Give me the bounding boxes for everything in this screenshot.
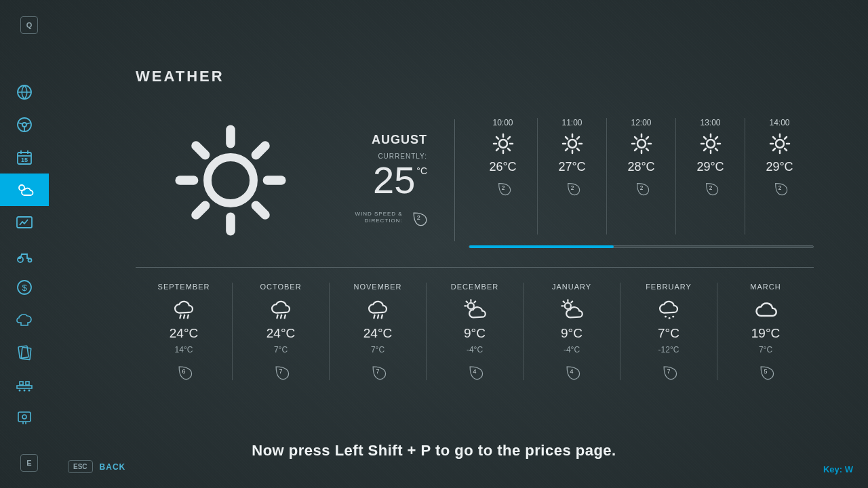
month-high: 7°C [658, 326, 679, 341]
current-month: AUGUST [372, 133, 427, 147]
back-label: BACK [100, 462, 126, 472]
month-item: OCTOBER24°C7°C7 [233, 283, 330, 380]
sun-icon [769, 133, 791, 155]
hourly-item: 12:0028°C2 [607, 118, 676, 235]
finance-icon [15, 279, 34, 296]
hour-time: 13:00 [700, 118, 720, 127]
hour-temp: 29°C [696, 160, 724, 174]
month-high: 24°C [363, 326, 392, 341]
sidebar-item-finance[interactable] [0, 271, 49, 304]
month-item: FEBRUARY7°C-12°C7 [620, 283, 717, 380]
hour-temp: 26°C [489, 160, 516, 174]
wind-drop-icon: 4 [466, 363, 484, 380]
svg-text:2: 2 [501, 185, 505, 191]
drive-icon [15, 116, 34, 134]
sidebar-item-vehicles[interactable] [0, 239, 49, 271]
wind-drop-icon: 2 [410, 207, 427, 228]
weather-icon [15, 181, 34, 199]
month-high: 9°C [561, 326, 583, 341]
map-icon [15, 83, 34, 101]
month-name: FEBRUARY [646, 283, 692, 291]
month-name: DECEMBER [451, 283, 498, 291]
partly-icon [462, 298, 488, 322]
month-high: 19°C [751, 326, 780, 341]
month-item: MARCH19°C7°C5 [717, 283, 814, 380]
temp-unit: °C [416, 165, 427, 176]
sidebar-item-contracts[interactable] [0, 336, 49, 369]
month-item: SEPTEMBER24°C14°C6 [136, 283, 233, 380]
svg-text:2: 2 [570, 185, 574, 191]
sidebar-item-production[interactable] [0, 369, 49, 401]
svg-text:2: 2 [639, 185, 643, 191]
production-icon [15, 376, 34, 394]
wind-drop-icon: 7 [272, 363, 290, 380]
svg-text:7: 7 [279, 368, 283, 375]
contracts-icon [15, 344, 34, 361]
back-button[interactable]: ESC BACK [68, 460, 125, 473]
current-weather-icon [136, 113, 326, 248]
svg-text:7: 7 [376, 368, 380, 375]
svg-text:6: 6 [182, 368, 186, 375]
sidebar-item-weather[interactable] [0, 174, 49, 206]
month-low: -12°C [658, 345, 679, 354]
month-name: SEPTEMBER [158, 283, 210, 291]
calendar-icon [15, 148, 34, 166]
svg-text:2: 2 [416, 214, 420, 221]
wind-drop-icon: 2 [495, 180, 511, 196]
svg-text:5: 5 [764, 368, 768, 375]
vehicles-icon [15, 246, 34, 264]
hourly-item: 14:0029°C2 [745, 118, 814, 235]
wind-drop-icon: 2 [772, 180, 788, 196]
tutorial-hint: Now press Left Shift + P to go to the pr… [0, 442, 868, 460]
hour-time: 12:00 [631, 118, 651, 127]
hour-temp: 27°C [558, 160, 585, 174]
snow-icon [656, 298, 682, 322]
current-temp: 25 [373, 161, 415, 199]
wind-drop-icon: 7 [660, 363, 677, 380]
wind-label: WIND SPEED & DIRECTION: [326, 211, 403, 225]
sun-icon [631, 133, 652, 155]
hourly-item: 10:0026°C2 [469, 118, 538, 235]
svg-line-54 [196, 146, 205, 155]
month-item: JANUARY9°C-4°C4 [524, 283, 620, 380]
wind-drop-icon: 2 [564, 180, 580, 196]
month-high: 24°C [267, 326, 295, 341]
month-item: DECEMBER9°C-4°C4 [427, 283, 524, 380]
sidebar-item-stats[interactable] [0, 206, 49, 239]
svg-text:2: 2 [778, 185, 781, 191]
hour-time: 14:00 [769, 118, 789, 127]
sidebar-item-calendar[interactable] [0, 141, 49, 174]
hourly-item: 13:0029°C2 [676, 118, 745, 235]
wind-drop-icon: 2 [633, 180, 650, 196]
help-icon [15, 409, 34, 426]
wind-drop-icon: 7 [369, 363, 387, 380]
sun-icon [700, 133, 722, 155]
rain-icon [171, 298, 197, 322]
hour-time: 10:00 [492, 118, 513, 127]
svg-point-49 [208, 157, 254, 203]
svg-text:2: 2 [709, 185, 712, 191]
month-name: NOVEMBER [354, 283, 402, 291]
partly-icon [559, 298, 585, 322]
sidebar-item-animals[interactable] [0, 304, 49, 336]
hourly-item: 11:0027°C2 [538, 118, 607, 235]
sidebar-item-drive[interactable] [0, 108, 49, 141]
stats-icon [15, 214, 34, 231]
month-name: JANUARY [552, 283, 591, 291]
animals-icon [15, 311, 34, 329]
sidebar-item-help[interactable] [0, 401, 49, 434]
svg-line-57 [196, 205, 205, 215]
wind-drop-icon: 4 [563, 363, 580, 380]
sidebar-item-map[interactable] [0, 76, 49, 108]
month-item: NOVEMBER24°C7°C7 [330, 283, 427, 380]
rain-icon [365, 298, 391, 322]
month-high: 24°C [170, 326, 198, 341]
key-hint-q[interactable]: Q [20, 16, 38, 34]
month-low: -4°C [467, 345, 483, 354]
hour-temp: 28°C [627, 160, 654, 174]
hourly-scrollbar[interactable] [469, 245, 814, 248]
key-indicator: Key: W [823, 464, 853, 474]
wind-drop-icon: 5 [757, 363, 774, 380]
svg-text:4: 4 [570, 368, 574, 375]
svg-text:4: 4 [473, 368, 477, 375]
